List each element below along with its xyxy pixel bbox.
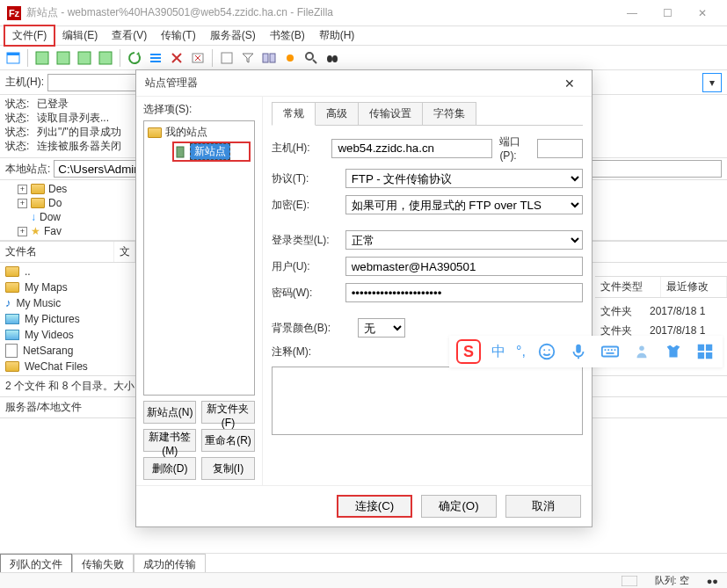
- menu-bar: 文件(F) 编辑(E) 查看(V) 传输(T) 服务器(S) 书签(B) 帮助(…: [0, 26, 727, 46]
- ime-mic-icon[interactable]: [568, 341, 589, 362]
- toolbar-disconnect-icon[interactable]: [188, 48, 207, 68]
- ok-button[interactable]: 确定(O): [421, 495, 497, 518]
- toolbar-binoculars-icon[interactable]: [323, 48, 342, 68]
- ime-emoji-icon[interactable]: [536, 341, 557, 362]
- ime-toolbox-icon[interactable]: [694, 341, 716, 362]
- tab-general[interactable]: 常规: [272, 102, 316, 126]
- list-item[interactable]: My Pictures: [25, 311, 80, 327]
- toolbar-reconnect-icon[interactable]: [217, 48, 236, 68]
- toolbar: [0, 46, 727, 70]
- toolbar-compare-icon[interactable]: [259, 48, 279, 68]
- svg-point-13: [332, 55, 338, 62]
- toolbar-sitemanager-icon[interactable]: [4, 48, 23, 68]
- logon-type-select[interactable]: 正常: [345, 230, 583, 250]
- toolbar-toggle4-icon[interactable]: [96, 48, 115, 68]
- toolbar-queue-icon[interactable]: [146, 48, 165, 68]
- ime-punct-icon[interactable]: °,: [516, 344, 526, 359]
- tree-node[interactable]: Fav: [44, 224, 62, 238]
- cancel-button[interactable]: 取消: [505, 495, 581, 518]
- tree-expand-icon[interactable]: +: [18, 199, 27, 208]
- toolbar-sync-icon[interactable]: [280, 48, 300, 68]
- col-name[interactable]: 文件名: [0, 242, 114, 262]
- tree-node[interactable]: Do: [48, 196, 62, 210]
- menu-help[interactable]: 帮助(H): [312, 26, 362, 45]
- tree-expand-icon[interactable]: +: [18, 185, 27, 194]
- delete-button[interactable]: 删除(D): [143, 457, 196, 480]
- tree-node[interactable]: Des: [48, 182, 67, 196]
- connect-button[interactable]: 连接(C): [337, 495, 412, 518]
- port-input[interactable]: [537, 139, 583, 158]
- maximize-button[interactable]: ☐: [650, 0, 685, 26]
- list-item[interactable]: My Maps: [25, 279, 68, 295]
- protocol-select[interactable]: FTP - 文件传输协议: [345, 169, 583, 188]
- ime-keyboard-icon[interactable]: [600, 341, 621, 362]
- ime-toolbar[interactable]: S 中 °,: [449, 336, 723, 367]
- copy-button[interactable]: 复制(I): [201, 457, 254, 480]
- comment-textarea[interactable]: [272, 367, 583, 435]
- tree-node[interactable]: Dow: [40, 210, 61, 224]
- new-site-button[interactable]: 新站点(N): [143, 401, 196, 424]
- toolbar-toggle2-icon[interactable]: [54, 48, 73, 68]
- tab-transfer[interactable]: 传输设置: [358, 102, 423, 125]
- tab-advanced[interactable]: 高级: [315, 102, 359, 125]
- toolbar-filter-icon[interactable]: [238, 48, 258, 68]
- menu-server[interactable]: 服务器(S): [203, 26, 263, 45]
- list-item[interactable]: My Music: [17, 295, 62, 311]
- ime-skin-icon[interactable]: [663, 341, 684, 362]
- tab-charset[interactable]: 字符集: [422, 102, 476, 125]
- encryption-select[interactable]: 如果可用，使用显式的 FTP over TLS: [345, 195, 583, 214]
- site-tree-item-label[interactable]: 新站点: [190, 143, 230, 160]
- site-tree-item[interactable]: 新站点: [172, 142, 251, 162]
- comment-label: 注释(M):: [272, 345, 338, 359]
- quick-host-input[interactable]: [47, 74, 144, 91]
- ime-person-icon[interactable]: [631, 341, 652, 362]
- folder-icon: [5, 282, 19, 293]
- list-item[interactable]: ..: [25, 264, 31, 279]
- port-label: 端口(P):: [499, 134, 530, 162]
- toolbar-refresh-icon[interactable]: [125, 48, 144, 68]
- menu-edit[interactable]: 编辑(E): [55, 26, 105, 45]
- menu-transfer[interactable]: 传输(T): [154, 26, 202, 45]
- menu-view[interactable]: 查看(V): [105, 26, 154, 45]
- col-size[interactable]: 文: [114, 242, 135, 262]
- remote-type-cell: 文件夹: [600, 301, 632, 321]
- close-window-button[interactable]: ✕: [685, 0, 720, 26]
- dialog-tabs: 常规 高级 传输设置 字符集: [272, 102, 583, 126]
- bgcolor-select[interactable]: 无: [358, 318, 405, 338]
- list-item[interactable]: NetSarang: [23, 343, 73, 359]
- remote-mod-cell: 2017/8/18 1: [650, 301, 705, 321]
- new-bookmark-button[interactable]: 新建书签(M): [143, 429, 196, 452]
- list-item[interactable]: WeChat Files: [25, 359, 88, 374]
- user-input[interactable]: [345, 257, 583, 276]
- quick-host-label: 主机(H):: [5, 75, 44, 90]
- toolbar-cancel-icon[interactable]: [167, 48, 186, 68]
- toolbar-toggle1-icon[interactable]: [33, 48, 52, 68]
- toolbar-toggle3-icon[interactable]: [75, 48, 94, 68]
- menu-bookmarks[interactable]: 书签(B): [263, 26, 312, 45]
- dialog-close-button[interactable]: ✕: [556, 76, 583, 91]
- menu-file[interactable]: 文件(F): [4, 25, 55, 47]
- host-input[interactable]: [331, 139, 492, 158]
- quickconnect-dropdown-icon[interactable]: ▾: [702, 73, 722, 92]
- status-indicator-icon: [622, 576, 637, 586]
- status-bar: 队列: 空 ●●: [0, 572, 727, 588]
- password-label: 密码(W):: [272, 286, 338, 301]
- tab-queued[interactable]: 列队的文件: [0, 554, 72, 572]
- rename-button[interactable]: 重命名(R): [201, 429, 254, 452]
- tab-success[interactable]: 成功的传输: [134, 554, 206, 572]
- new-folder-button[interactable]: 新文件夹(F): [201, 401, 254, 424]
- password-input[interactable]: [345, 283, 583, 302]
- ime-lang-indicator[interactable]: 中: [491, 343, 505, 361]
- ime-logo-icon[interactable]: S: [456, 339, 481, 364]
- toolbar-search-icon[interactable]: [302, 48, 321, 68]
- site-tree-root[interactable]: 我的站点: [165, 125, 207, 140]
- col-modified[interactable]: 最近修改: [661, 277, 727, 297]
- site-tree[interactable]: 我的站点 新站点: [143, 120, 255, 396]
- col-type[interactable]: 文件类型: [595, 277, 661, 297]
- list-item[interactable]: My Videos: [25, 327, 74, 343]
- tab-failed[interactable]: 传输失败: [72, 554, 134, 572]
- svg-point-21: [639, 346, 644, 352]
- minimize-button[interactable]: —: [614, 0, 650, 26]
- bgcolor-label: 背景颜色(B):: [272, 321, 351, 336]
- tree-expand-icon[interactable]: +: [18, 227, 27, 236]
